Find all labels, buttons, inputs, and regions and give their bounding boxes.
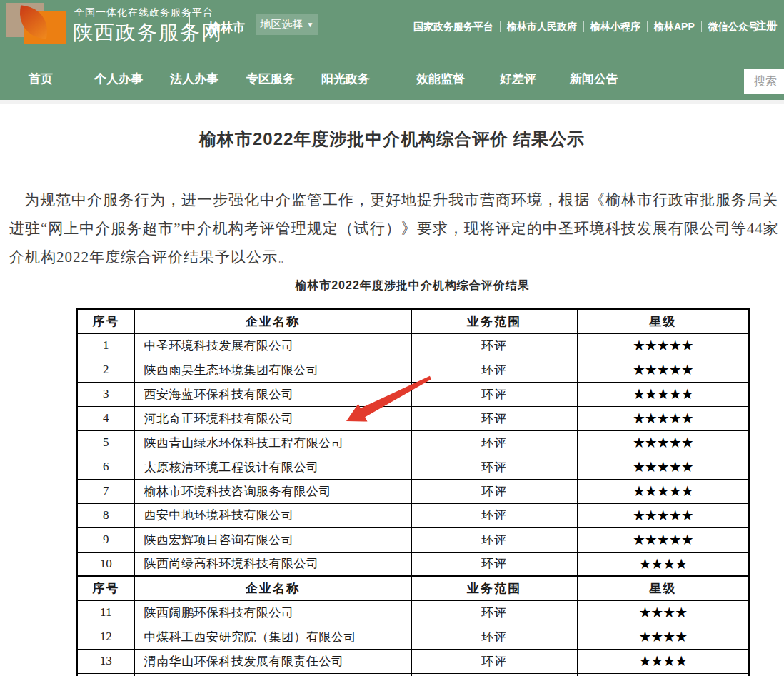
cell-scope: 环评 <box>411 479 577 503</box>
cell-company: 陕西宏辉项目咨询有限公司 <box>134 528 411 552</box>
table-row: 12 中煤科工西安研究院（集团）有限公司 环评 ★★★★ <box>77 625 749 649</box>
cell-serial: 3 <box>77 382 134 406</box>
cell-serial: 12 <box>77 625 134 649</box>
column-header-serial: 序号 <box>77 309 134 333</box>
cell-company: 陕西雨昊生态环境集团有限公司 <box>134 358 411 382</box>
cell-serial: 10 <box>77 552 134 576</box>
table-row: 11 陕西阔鹏环保科技有限公司 环评 ★★★★ <box>77 600 749 625</box>
nav-efficiency-supervision[interactable]: 效能监督 <box>416 71 465 87</box>
current-city-label: 榆林市 <box>208 19 245 36</box>
cell-scope: 环评 <box>411 358 577 382</box>
table-row-partially-visible <box>77 673 749 676</box>
cell-company: 渭南华山环保科技发展有限责任公司 <box>134 649 411 673</box>
cell-stars: ★★★★★ <box>577 528 749 552</box>
site-header: 全国一体化在线政务服务平台 陕西政务服务网 榆林市 地区选择 ▼ 国家政务服务平… <box>0 0 784 100</box>
cell-stars: ★★★★★ <box>577 333 749 358</box>
cell-stars: ★★★★ <box>577 649 749 673</box>
cell-scope: 环评 <box>411 528 577 552</box>
cell-serial: 1 <box>77 333 134 358</box>
cell-serial: 13 <box>77 649 134 673</box>
register-link[interactable]: 注册 <box>755 19 777 33</box>
cell-scope: 环评 <box>411 382 577 406</box>
table-row: 1 中圣环境科技发展有限公司 环评 ★★★★★ <box>77 333 749 358</box>
cell-scope: 环评 <box>411 406 577 430</box>
search-input[interactable] <box>744 69 784 94</box>
link-yulin-app[interactable]: 榆林APP <box>648 21 701 34</box>
cell-scope: 环评 <box>411 430 577 455</box>
cell-stars: ★★★★★ <box>577 430 749 455</box>
link-yulin-mini-program[interactable]: 榆林小程序 <box>584 21 647 34</box>
chevron-down-icon: ▼ <box>307 21 314 29</box>
nav-rating[interactable]: 好差评 <box>500 71 536 87</box>
nav-personal-services[interactable]: 个人办事 <box>94 71 143 87</box>
table-row-highlighted-by-arrow: 4 河北奇正环境科技有限公司 环评 ★★★★★ <box>77 406 749 430</box>
cell-serial: 9 <box>77 528 134 552</box>
table-row: 13 渭南华山环保科技发展有限责任公司 环评 ★★★★ <box>77 649 749 673</box>
cell-stars: ★★★★★ <box>577 358 749 382</box>
cell-serial: 7 <box>77 479 134 503</box>
table-row: 7 榆林市环境科技咨询服务有限公司 环评 ★★★★★ <box>77 479 749 503</box>
column-header-scope: 业务范围 <box>411 309 577 333</box>
cell-company: 中煤科工西安研究院（集团）有限公司 <box>134 625 411 649</box>
cell-serial: 11 <box>77 600 134 625</box>
column-header-stars: 星级 <box>577 309 749 333</box>
cell-stars: ★★★★★ <box>577 455 749 479</box>
header-top-bar: 全国一体化在线政务服务平台 陕西政务服务网 榆林市 地区选择 ▼ 国家政务服务平… <box>0 0 784 54</box>
nav-news-announcements[interactable]: 新闻公告 <box>570 71 618 87</box>
table-header-row-repeat: 序号 企业名称 业务范围 星级 <box>77 576 749 600</box>
region-select-label: 地区选择 <box>261 18 303 31</box>
column-header-scope: 业务范围 <box>411 576 577 600</box>
cell-scope: 环评 <box>411 649 577 673</box>
cell-stars: ★★★★ <box>577 625 749 649</box>
region-select-button[interactable]: 地区选择 ▼ <box>256 14 318 35</box>
cell-scope: 环评 <box>411 455 577 479</box>
table-title: 榆林市2022年度涉批中介机构综合评价结果 <box>76 278 748 293</box>
cell-serial: 2 <box>77 358 134 382</box>
cell-scope: 环评 <box>411 552 577 576</box>
table-row: 3 西安海蓝环保科技有限公司 环评 ★★★★★ <box>77 382 749 406</box>
cell-company: 中圣环境科技发展有限公司 <box>134 333 411 358</box>
cell-stars: ★★★★★ <box>577 479 749 503</box>
header-bottom-strip <box>0 100 784 104</box>
cell-stars: ★★★★★ <box>577 382 749 406</box>
link-yulin-city-gov[interactable]: 榆林市人民政府 <box>501 21 583 34</box>
cell-scope: 环评 <box>411 625 577 649</box>
table-row: 9 陕西宏辉项目咨询有限公司 环评 ★★★★★ <box>77 528 749 552</box>
cell-scope: 环评 <box>411 333 577 358</box>
search-box <box>744 69 784 94</box>
nav-legal-entity-services[interactable]: 法人办事 <box>170 71 218 87</box>
cell-company: 西安中地环境科技有限公司 <box>134 503 411 528</box>
column-header-company: 企业名称 <box>134 309 411 333</box>
cell-company: 陕西尚绿高科环境科技有限公司 <box>134 552 411 576</box>
table-header-row: 序号 企业名称 业务范围 星级 <box>77 309 749 333</box>
table-row: 6 太原核清环境工程设计有限公司 环评 ★★★★★ <box>77 455 749 479</box>
paragraph-line-1: 为规范中介服务行为，进一步强化中介监管工作，更好地提升我市营商环境，根据《榆林市… <box>24 190 778 210</box>
page-title: 榆林市2022年度涉批中介机构综合评价 结果公示 <box>0 128 784 151</box>
site-logo-icon[interactable] <box>6 3 66 44</box>
header-divider <box>189 12 190 41</box>
cell-serial: 6 <box>77 455 134 479</box>
nav-home[interactable]: 首页 <box>29 71 53 87</box>
cell-serial: 5 <box>77 430 134 455</box>
table-row: 10 陕西尚绿高科环境科技有限公司 环评 ★★★★ <box>77 552 749 576</box>
cell-company: 陕西青山绿水环保科技工程有限公司 <box>134 430 411 455</box>
top-links: 国家政务服务平台 榆林市人民政府 榆林小程序 榆林APP 微信公众号 <box>407 0 765 54</box>
cell-company: 西安海蓝环保科技有限公司 <box>134 382 411 406</box>
cell-stars: ★★★★★ <box>577 503 749 528</box>
cell-stars: ★★★★ <box>577 552 749 576</box>
nav-special-zone-services[interactable]: 专区服务 <box>246 71 295 87</box>
table-row: 8 西安中地环境科技有限公司 环评 ★★★★★ <box>77 503 749 528</box>
cell-serial: 8 <box>77 503 134 528</box>
site-name: 陕西政务服务网 <box>73 19 223 46</box>
table-row: 2 陕西雨昊生态环境集团有限公司 环评 ★★★★★ <box>77 358 749 382</box>
platform-tagline: 全国一体化在线政务服务平台 <box>74 6 213 19</box>
nav-open-government[interactable]: 阳光政务 <box>321 71 370 87</box>
cell-stars: ★★★★★ <box>577 406 749 430</box>
link-national-gov-platform[interactable]: 国家政务服务平台 <box>407 21 500 34</box>
cell-company: 河北奇正环境科技有限公司 <box>134 406 411 430</box>
main-navigation: 首页 个人办事 法人办事 专区服务 阳光政务 效能监督 好差评 新闻公告 <box>0 54 784 100</box>
evaluation-results-table: 序号 企业名称 业务范围 星级 1 中圣环境科技发展有限公司 环评 ★★★★★ … <box>76 308 750 676</box>
cell-company: 榆林市环境科技咨询服务有限公司 <box>134 479 411 503</box>
column-header-company: 企业名称 <box>134 576 411 600</box>
column-header-serial: 序号 <box>77 576 134 600</box>
